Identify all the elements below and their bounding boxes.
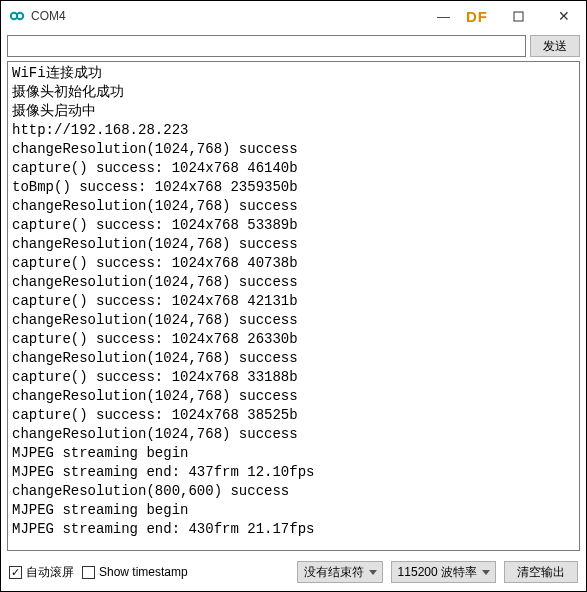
send-button[interactable]: 发送 — [530, 35, 580, 57]
autoscroll-checkbox[interactable]: 自动滚屏 — [9, 564, 74, 581]
console-line: changeResolution(1024,768) success — [12, 235, 575, 254]
send-input[interactable] — [7, 35, 526, 57]
timestamp-checkbox[interactable]: Show timestamp — [82, 565, 188, 579]
arduino-icon — [9, 8, 25, 24]
checkbox-icon — [9, 566, 22, 579]
console-line: toBmp() success: 1024x768 2359350b — [12, 178, 575, 197]
autoscroll-label: 自动滚屏 — [26, 564, 74, 581]
window-title: COM4 — [31, 9, 66, 23]
console-line: MJPEG streaming end: 437frm 12.10fps — [12, 463, 575, 482]
svg-point-1 — [17, 13, 23, 19]
console-line: capture() success: 1024x768 42131b — [12, 292, 575, 311]
console-line: capture() success: 1024x768 46140b — [12, 159, 575, 178]
serial-monitor-window: COM4 — DF ✕ 发送 WiFi连接成功摄像头初始化成功摄像头启动中htt… — [0, 0, 587, 592]
timestamp-label: Show timestamp — [99, 565, 188, 579]
console-line: capture() success: 1024x768 26330b — [12, 330, 575, 349]
console-line: capture() success: 1024x768 53389b — [12, 216, 575, 235]
clear-output-button[interactable]: 清空输出 — [504, 561, 578, 583]
send-row: 发送 — [1, 31, 586, 61]
console-line: MJPEG streaming begin — [12, 444, 575, 463]
watermark: DF — [466, 8, 488, 25]
console-line: changeResolution(1024,768) success — [12, 140, 575, 159]
console-line: changeResolution(1024,768) success — [12, 387, 575, 406]
console-line: 摄像头启动中 — [12, 102, 575, 121]
console-line: changeResolution(1024,768) success — [12, 349, 575, 368]
line-ending-select[interactable]: 没有结束符 — [297, 561, 383, 583]
console-panel: WiFi连接成功摄像头初始化成功摄像头启动中http://192.168.28.… — [7, 61, 580, 551]
console-line: changeResolution(1024,768) success — [12, 197, 575, 216]
console-line: WiFi连接成功 — [12, 64, 575, 83]
line-ending-value: 没有结束符 — [304, 564, 364, 581]
console-line: 摄像头初始化成功 — [12, 83, 575, 102]
titlebar: COM4 — DF ✕ — [1, 1, 586, 31]
minimize-button[interactable]: — — [421, 1, 466, 31]
maximize-button[interactable] — [496, 1, 541, 31]
footer-bar: 自动滚屏 Show timestamp 没有结束符 115200 波特率 清空输… — [1, 555, 586, 591]
close-button[interactable]: ✕ — [541, 1, 586, 31]
baud-select[interactable]: 115200 波特率 — [391, 561, 496, 583]
baud-value: 115200 波特率 — [398, 564, 477, 581]
console-line: changeResolution(1024,768) success — [12, 311, 575, 330]
console-output[interactable]: WiFi连接成功摄像头初始化成功摄像头启动中http://192.168.28.… — [8, 62, 579, 550]
checkbox-icon — [82, 566, 95, 579]
console-line: capture() success: 1024x768 33188b — [12, 368, 575, 387]
console-line: changeResolution(1024,768) success — [12, 273, 575, 292]
console-line: capture() success: 1024x768 38525b — [12, 406, 575, 425]
console-line: http://192.168.28.223 — [12, 121, 575, 140]
console-line: MJPEG streaming end: 430frm 21.17fps — [12, 520, 575, 539]
svg-rect-2 — [514, 12, 523, 21]
console-line: changeResolution(800,600) success — [12, 482, 575, 501]
console-line: MJPEG streaming begin — [12, 501, 575, 520]
console-line: changeResolution(1024,768) success — [12, 425, 575, 444]
console-line: capture() success: 1024x768 40738b — [12, 254, 575, 273]
